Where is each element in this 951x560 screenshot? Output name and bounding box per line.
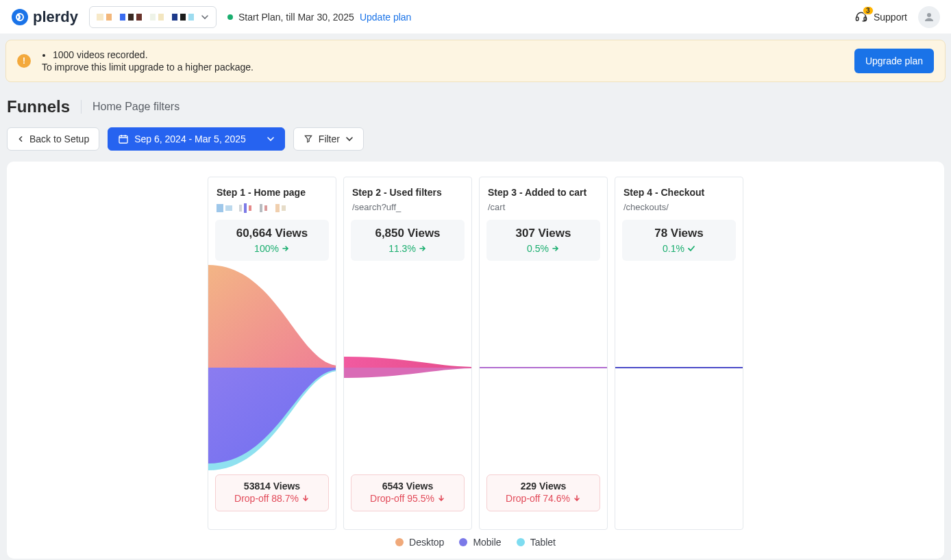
legend-tablet[interactable]: Tablet bbox=[517, 537, 556, 548]
filter-icon bbox=[304, 134, 313, 144]
dropoff-views: 6543 Views bbox=[351, 481, 464, 492]
site-selector[interactable] bbox=[89, 6, 217, 28]
step-title: Step 2 - Used filters bbox=[352, 187, 463, 198]
step-views: 307 Views bbox=[486, 227, 600, 240]
chevron-down-icon bbox=[345, 135, 354, 143]
funnel-step-2: Step 2 - Used filters /search?uff_ 6,850… bbox=[343, 177, 472, 530]
chevron-down-icon bbox=[267, 135, 275, 143]
banner-line1: 1000 videos recorded. bbox=[53, 49, 254, 60]
step-percent: 11.3% bbox=[351, 243, 465, 254]
page-subtitle: Home Page filters bbox=[92, 101, 180, 113]
arrow-right-icon bbox=[282, 244, 290, 253]
swatch-icon bbox=[517, 538, 525, 546]
arrow-down-icon bbox=[301, 494, 310, 502]
step-url: /checkouts/ bbox=[623, 202, 734, 214]
step-title: Step 3 - Added to cart bbox=[488, 187, 599, 198]
step-title: Step 4 - Checkout bbox=[623, 187, 734, 198]
step-views: 60,664 Views bbox=[215, 227, 329, 240]
dropoff-percent: Drop-off 74.6% bbox=[487, 493, 600, 504]
chevron-left-icon bbox=[17, 135, 24, 143]
step-views: 6,850 Views bbox=[351, 227, 465, 240]
banner-line2: To improve this limit upgrade to a highe… bbox=[42, 62, 254, 73]
arrow-right-icon bbox=[552, 244, 560, 253]
back-to-setup-button[interactable]: Back to Setup bbox=[7, 127, 99, 151]
plan-text: Start Plan, till Mar 30, 2025 bbox=[238, 12, 354, 23]
step-metrics: 307 Views 0.5% bbox=[486, 220, 600, 261]
site-thumbnail bbox=[97, 14, 194, 21]
filter-button[interactable]: Filter bbox=[293, 127, 364, 151]
step-percent: 0.1% bbox=[622, 243, 736, 254]
user-icon bbox=[923, 11, 935, 23]
dropoff-views: 53814 Views bbox=[216, 481, 328, 492]
step-chart bbox=[615, 265, 743, 470]
step-dropoff: 229 Views Drop-off 74.6% bbox=[486, 474, 600, 511]
filter-label: Filter bbox=[319, 133, 340, 144]
funnel-step-3: Step 3 - Added to cart /cart 307 Views 0… bbox=[479, 177, 608, 530]
step-metrics: 60,664 Views 100% bbox=[215, 220, 329, 261]
chart-legend: Desktop Mobile Tablet bbox=[21, 530, 930, 552]
svg-rect-6 bbox=[480, 367, 607, 368]
status-dot-icon bbox=[227, 14, 233, 20]
support-label: Support bbox=[874, 12, 907, 23]
step-dropoff-empty bbox=[622, 474, 736, 522]
funnel-step-1: Step 1 - Home page 60,664 Vi bbox=[208, 177, 336, 530]
step-percent: 100% bbox=[215, 243, 329, 254]
plan-status: Start Plan, till Mar 30, 2025 Update pla… bbox=[227, 12, 411, 23]
step-dropoff: 6543 Views Drop-off 95.5% bbox=[351, 474, 465, 511]
banner-text: 1000 videos recorded. To improve this li… bbox=[42, 49, 254, 73]
warning-icon: ! bbox=[17, 54, 31, 68]
step-url: /cart bbox=[488, 202, 599, 214]
page-title: Funnels bbox=[7, 97, 70, 116]
funnel-step-4: Step 4 - Checkout /checkouts/ 78 Views 0… bbox=[615, 177, 743, 530]
calendar-icon bbox=[118, 133, 129, 144]
plerdy-icon bbox=[11, 8, 29, 26]
dropoff-percent: Drop-off 88.7% bbox=[216, 493, 328, 504]
topbar: plerdy Start Plan, till Mar 30, 2025 Upd… bbox=[0, 0, 951, 34]
arrow-down-icon bbox=[437, 494, 445, 502]
svg-point-4 bbox=[927, 13, 931, 17]
dropoff-percent: Drop-off 95.5% bbox=[351, 493, 464, 504]
chevron-down-icon bbox=[201, 13, 209, 21]
date-range-label: Sep 6, 2024 - Mar 5, 2025 bbox=[134, 133, 246, 144]
funnel-card: Step 1 - Home page 60,664 Vi bbox=[7, 162, 944, 559]
step-views: 78 Views bbox=[622, 227, 736, 240]
step-title: Step 1 - Home page bbox=[217, 187, 328, 198]
funnel-steps: Step 1 - Home page 60,664 Vi bbox=[21, 177, 930, 530]
update-plan-link[interactable]: Update plan bbox=[360, 12, 412, 23]
legend-desktop[interactable]: Desktop bbox=[395, 537, 444, 548]
svg-rect-3 bbox=[864, 17, 866, 21]
upgrade-plan-button[interactable]: Upgrade plan bbox=[854, 49, 934, 73]
page-heading: Funnels Home Page filters bbox=[0, 88, 951, 127]
step-metrics: 6,850 Views 11.3% bbox=[351, 220, 465, 261]
swatch-icon bbox=[459, 538, 467, 546]
arrow-down-icon bbox=[573, 494, 581, 502]
swatch-icon bbox=[395, 538, 404, 546]
legend-mobile[interactable]: Mobile bbox=[459, 537, 501, 548]
step-percent: 0.5% bbox=[486, 243, 600, 254]
step-metrics: 78 Views 0.1% bbox=[622, 220, 736, 261]
dropoff-views: 229 Views bbox=[487, 481, 600, 492]
step-chart bbox=[480, 265, 607, 470]
support-badge: 3 bbox=[863, 6, 874, 15]
back-label: Back to Setup bbox=[29, 133, 89, 144]
step-chart bbox=[208, 265, 336, 470]
divider bbox=[81, 100, 82, 114]
step-chart bbox=[344, 265, 471, 470]
controls-row: Back to Setup Sep 6, 2024 - Mar 5, 2025 … bbox=[0, 127, 951, 162]
support-button[interactable]: 3 Support bbox=[854, 10, 907, 24]
svg-rect-5 bbox=[119, 136, 127, 143]
arrow-right-icon bbox=[419, 244, 427, 253]
date-range-button[interactable]: Sep 6, 2024 - Mar 5, 2025 bbox=[108, 127, 285, 151]
step-url: /search?uff_ bbox=[352, 202, 463, 214]
svg-rect-2 bbox=[856, 17, 858, 21]
upgrade-banner: ! 1000 videos recorded. To improve this … bbox=[5, 40, 946, 82]
step-dropoff: 53814 Views Drop-off 88.7% bbox=[215, 474, 329, 511]
step-thumbnail bbox=[217, 202, 328, 214]
svg-rect-7 bbox=[615, 367, 743, 368]
user-avatar[interactable] bbox=[918, 6, 940, 28]
brand-logo[interactable]: plerdy bbox=[11, 8, 78, 26]
check-icon bbox=[687, 244, 695, 253]
brand-name: plerdy bbox=[33, 8, 78, 26]
